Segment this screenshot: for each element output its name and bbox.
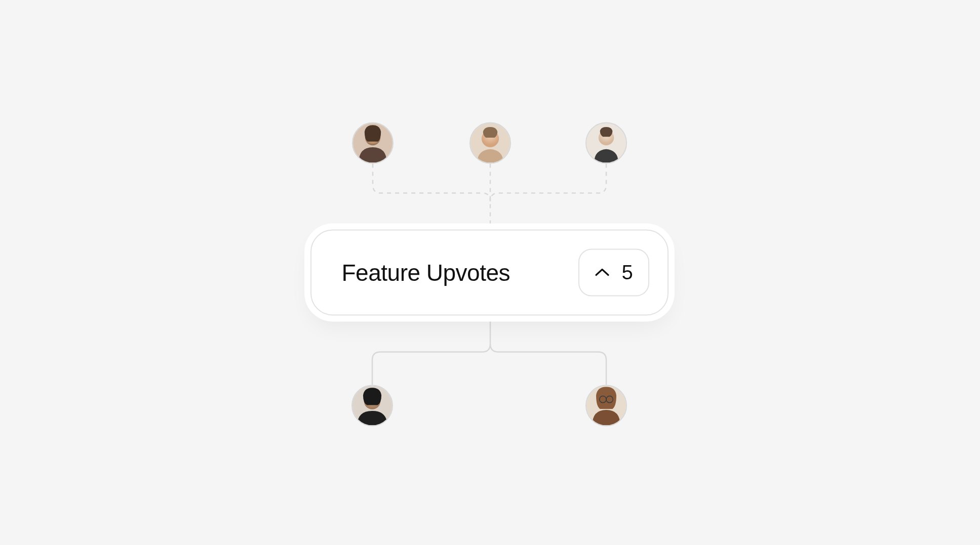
user-avatar-1 [352,122,394,163]
chevron-up-icon [594,267,610,277]
user-avatar-3 [585,122,627,163]
user-avatar-5 [585,385,627,426]
diagram-canvas: Feature Upvotes 5 [122,67,859,478]
upvote-button[interactable]: 5 [578,248,649,296]
upvote-count: 5 [621,261,633,284]
card-title: Feature Upvotes [342,259,511,286]
feature-upvotes-card: Feature Upvotes 5 [310,229,669,315]
user-avatar-2 [469,122,511,163]
user-avatar-4 [351,385,393,426]
